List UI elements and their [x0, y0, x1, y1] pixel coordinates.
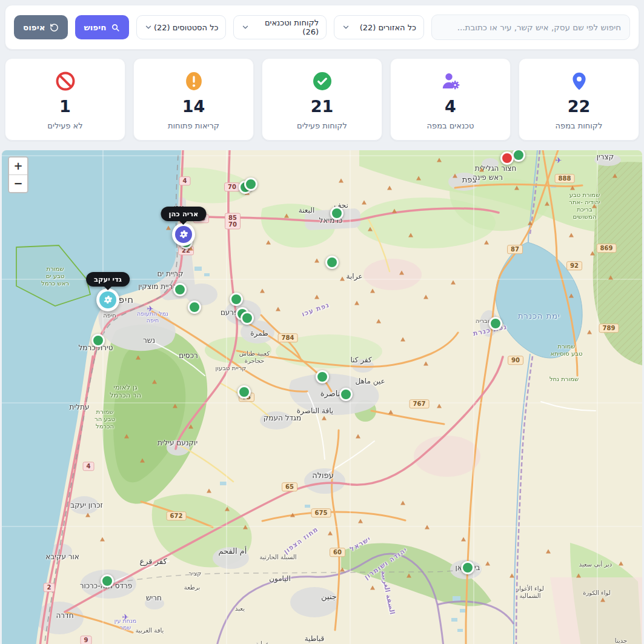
technician-tooltip: אריה כהן — [161, 207, 207, 221]
map-label: שמורת טבע הר הכרמל — [95, 408, 115, 430]
customer-marker[interactable] — [330, 207, 344, 220]
map-label: נמל התעופה חיפה — [137, 310, 168, 324]
peak-icon — [408, 233, 413, 237]
stat-label: טכנאים במפה — [394, 121, 506, 130]
alert-circle-icon — [138, 69, 250, 93]
stat-value: 21 — [266, 98, 378, 116]
customer-marker[interactable] — [461, 561, 474, 574]
road-shield: 90 — [508, 356, 523, 365]
filter-statuses-value: כל הסטטוסים (22) — [154, 23, 219, 32]
inactive-customer-marker[interactable] — [500, 151, 514, 165]
peak-icon — [387, 185, 392, 190]
road-shield: 4 — [179, 176, 191, 186]
customer-marker[interactable] — [512, 150, 525, 162]
peak-icon — [290, 513, 295, 517]
reset-icon — [50, 23, 59, 32]
map-label: كفر قرع — [139, 557, 167, 566]
filter-statuses-select[interactable]: כל הסטטוסים (22) — [136, 15, 227, 39]
peak-icon — [612, 173, 617, 178]
peak-icon — [140, 458, 145, 462]
gear-icon — [175, 226, 192, 243]
road-shield: 2 — [44, 583, 55, 593]
stat-card-open-calls: 14 קריאות פתוחות — [133, 58, 254, 141]
customer-marker[interactable] — [244, 178, 257, 191]
customer-marker[interactable] — [173, 283, 187, 296]
map-label: זכרון יעקב — [70, 500, 102, 509]
peak-icon — [510, 573, 514, 577]
map-label: קציר — [189, 570, 202, 577]
stat-label: קריאות פתוחות — [138, 121, 250, 130]
customer-marker[interactable] — [101, 574, 114, 588]
map-label: קריית מוצקין — [138, 282, 178, 290]
customer-marker[interactable] — [91, 334, 105, 347]
search-input[interactable] — [431, 15, 630, 40]
road-shield: 675 — [311, 508, 331, 518]
customer-marker[interactable] — [188, 300, 201, 314]
peak-icon — [340, 567, 345, 571]
zoom-in-button[interactable]: + — [9, 158, 27, 175]
peak-icon — [479, 167, 484, 171]
map-label: שמורת טבע יהודיה -אתר בריכת המשושים — [569, 191, 600, 221]
road-shield: 4 — [83, 462, 95, 471]
reset-button[interactable]: איפוס — [14, 15, 68, 39]
map-label: لواء الكورة — [583, 589, 610, 597]
zoom-control: + − — [8, 156, 28, 193]
peak-icon — [276, 307, 281, 311]
customer-marker[interactable] — [241, 311, 254, 325]
peak-icon — [340, 276, 345, 281]
peak-icon — [545, 201, 549, 205]
stat-card-technicians-on-map: 4 טכנאים במפה — [390, 58, 511, 141]
peak-icon — [392, 208, 397, 213]
peak-icon — [484, 240, 489, 244]
peak-icon — [243, 525, 248, 529]
chevron-down-icon — [342, 23, 350, 32]
peak-icon — [400, 500, 405, 505]
ban-icon — [9, 69, 121, 93]
peak-icon — [570, 185, 575, 190]
stat-value: 1 — [9, 98, 121, 116]
technician-marker[interactable]: גדי יעקב — [96, 288, 119, 311]
peak-icon — [225, 506, 230, 511]
map-label: البعنة — [299, 205, 314, 214]
stat-label: לקוחות במפה — [523, 121, 635, 130]
map-label: נשר — [143, 336, 155, 344]
map-label: חריש — [146, 593, 162, 602]
filter-entities-select[interactable]: לקוחות וטכנאים (26) — [233, 15, 327, 39]
search-button[interactable]: חיפוש — [75, 15, 129, 39]
peak-icon — [485, 561, 490, 565]
customer-marker[interactable] — [489, 317, 502, 330]
map-label: עתלית — [70, 402, 90, 411]
peak-icon — [569, 293, 574, 297]
zoom-out-button[interactable]: − — [9, 175, 27, 192]
road-shield: 92 — [566, 261, 582, 271]
map-label: يافة الناصرة — [297, 406, 333, 414]
map-label: جنين — [321, 592, 337, 602]
filter-areas-value: כל האזורים (22) — [360, 23, 416, 32]
map-label: ישראל — [348, 535, 372, 553]
peak-icon — [354, 300, 359, 305]
customer-marker[interactable] — [237, 385, 251, 399]
map-label: חיפה — [103, 312, 116, 319]
technician-marker[interactable]: אריה כהן — [172, 223, 195, 246]
map-overlays: עכוקריית יםקריית מוצקיןחיפהחיפהנמל התעופ… — [2, 150, 642, 644]
customer-marker[interactable] — [325, 256, 339, 269]
stat-value: 4 — [394, 98, 506, 116]
customer-marker[interactable] — [339, 388, 353, 401]
peak-icon — [619, 561, 623, 565]
road-shield: 85 70 — [225, 213, 241, 229]
search-icon — [111, 23, 120, 32]
peak-icon — [358, 519, 363, 523]
check-circle-icon — [266, 69, 378, 93]
road-shield: 60 — [330, 548, 345, 557]
peak-icon — [514, 185, 519, 190]
customer-marker[interactable] — [316, 370, 329, 383]
filter-areas-select[interactable]: כל האזורים (22) — [334, 15, 424, 39]
peak-icon — [266, 240, 271, 244]
map-label: מגדל העמק — [264, 413, 301, 422]
peak-icon — [453, 173, 457, 178]
road-shield: 888 — [555, 174, 575, 184]
reset-button-label: איפוס — [23, 22, 45, 32]
peak-icon — [546, 549, 551, 553]
customer-marker[interactable] — [230, 293, 243, 306]
map[interactable]: עכוקריית יםקריית מוצקיןחיפהחיפהנמל התעופ… — [2, 150, 642, 644]
